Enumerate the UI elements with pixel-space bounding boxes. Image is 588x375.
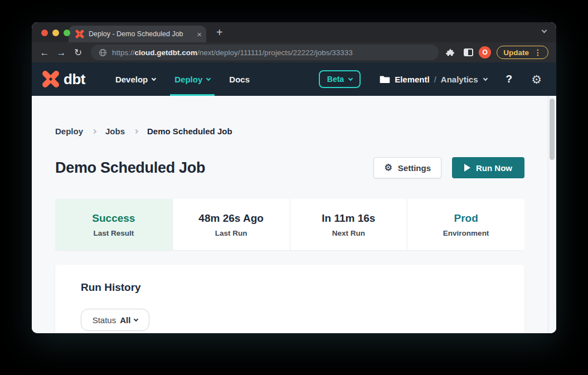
maximize-window-button[interactable] (64, 30, 70, 36)
active-tab[interactable]: Deploy - Demo Scheduled Job × (69, 26, 206, 42)
minimize-window-button[interactable] (52, 30, 59, 36)
stat-label: Environment (443, 229, 489, 237)
reload-button[interactable]: ↻ (71, 48, 85, 57)
run-now-button[interactable]: Run Now (452, 157, 524, 178)
gear-icon: ⚙ (384, 163, 392, 172)
stat-value: Prod (454, 212, 478, 225)
nav-item-label: Develop (115, 75, 148, 84)
stat-environment: Prod Environment (407, 199, 524, 250)
breadcrumb-separator: / (434, 75, 436, 84)
scrollbar-track[interactable] (548, 96, 556, 333)
dbt-logo[interactable]: dbt (42, 62, 85, 96)
nav-item-label: Docs (229, 75, 250, 84)
nav-item-docs[interactable]: Docs (223, 62, 255, 96)
url-scheme: https:// (112, 48, 135, 57)
stat-value: Success (92, 212, 135, 225)
job-status-strip: Success Last Result 48m 26s Ago Last Run… (55, 199, 524, 250)
breadcrumb: Deploy Jobs Demo Scheduled Job (55, 126, 524, 136)
beta-badge-dropdown[interactable]: Beta (319, 70, 361, 88)
stat-value: In 11m 16s (322, 212, 375, 225)
settings-button[interactable]: ⚙ Settings (373, 157, 441, 178)
breadcrumb-jobs[interactable]: Jobs (105, 126, 125, 136)
nav-item-label: Deploy (174, 75, 202, 84)
chevron-right-icon (134, 129, 138, 133)
stat-next-run: In 11m 16s Next Run (290, 199, 407, 250)
globe-icon (99, 48, 107, 57)
profile-avatar[interactable]: O (479, 46, 491, 59)
stat-last-run: 48m 26s Ago Last Run (172, 199, 290, 250)
page-title: Demo Scheduled Job (55, 159, 205, 177)
filter-value: All (120, 315, 130, 325)
project-name: Analytics (441, 75, 478, 84)
breadcrumb-deploy[interactable]: Deploy (55, 126, 83, 136)
new-tab-button[interactable]: + (216, 26, 223, 39)
folder-icon (380, 75, 390, 84)
close-window-button[interactable] (41, 30, 48, 36)
run-now-label: Run Now (476, 163, 512, 173)
status-filter-dropdown[interactable]: Status All (81, 309, 149, 331)
chevron-right-icon (92, 129, 96, 133)
scrollbar-thumb[interactable] (550, 99, 555, 160)
run-history-card: Run History Status All (55, 265, 524, 333)
dbt-logo-icon (42, 70, 60, 88)
chevron-down-icon (134, 316, 138, 321)
browser-toolbar: ← → ↻ https://cloud.getdbt.com/next/depl… (32, 42, 556, 62)
nav-item-develop[interactable]: Develop (110, 62, 161, 96)
window-controls (41, 30, 70, 36)
url-path: /next/deploy/111111/projects/22222/jobs/… (197, 48, 353, 57)
settings-label: Settings (398, 163, 431, 173)
update-browser-button[interactable]: Update ⋮ (497, 46, 548, 59)
stat-label: Last Result (93, 229, 134, 237)
tab-search-chevron-icon[interactable] (542, 28, 547, 33)
play-icon (464, 164, 470, 172)
run-history-title: Run History (81, 281, 499, 294)
chevron-down-icon (152, 76, 156, 80)
browser-menu-icon[interactable]: ⋮ (534, 48, 542, 57)
chevron-down-icon (206, 76, 211, 80)
gear-icon[interactable]: ⚙ (531, 74, 542, 85)
page-content: Deploy Jobs Demo Scheduled Job Demo Sche… (32, 96, 556, 333)
dbt-navbar: dbt Develop Deploy Docs Beta (32, 62, 556, 96)
breadcrumb-current: Demo Scheduled Job (147, 126, 232, 136)
browser-tab-bar: Deploy - Demo Scheduled Job × + (32, 22, 556, 42)
browser-window: Deploy - Demo Scheduled Job × + ← → ↻ ht… (32, 22, 556, 333)
brand-name: dbt (64, 71, 85, 88)
url-host: cloud.getdbt.com (135, 48, 198, 57)
stat-label: Next Run (332, 229, 365, 237)
filter-label: Status (93, 315, 116, 325)
chevron-down-icon (483, 76, 487, 80)
chevron-down-icon (348, 76, 353, 80)
back-button[interactable]: ← (37, 48, 52, 57)
dbt-favicon-icon (75, 30, 84, 38)
account-name: Elementl (395, 75, 430, 84)
url-text: https://cloud.getdbt.com/next/deploy/111… (112, 48, 353, 57)
help-button[interactable]: ? (506, 73, 513, 85)
project-selector[interactable]: Elementl / Analytics (380, 75, 487, 84)
address-bar[interactable]: https://cloud.getdbt.com/next/deploy/111… (91, 45, 439, 60)
beta-label: Beta (327, 75, 344, 84)
stat-last-result: Success Last Result (55, 199, 172, 250)
extensions-icon[interactable] (445, 48, 455, 57)
nav-item-deploy[interactable]: Deploy (169, 62, 216, 96)
side-panel-icon[interactable] (464, 48, 473, 56)
forward-button[interactable]: → (54, 48, 69, 57)
stat-label: Last Run (215, 229, 247, 237)
tab-close-icon[interactable]: × (197, 30, 202, 38)
primary-nav: Develop Deploy Docs (110, 62, 255, 96)
stat-value: 48m 26s Ago (198, 212, 264, 225)
tab-title: Deploy - Demo Scheduled Job (89, 30, 192, 38)
update-label: Update (503, 48, 529, 57)
